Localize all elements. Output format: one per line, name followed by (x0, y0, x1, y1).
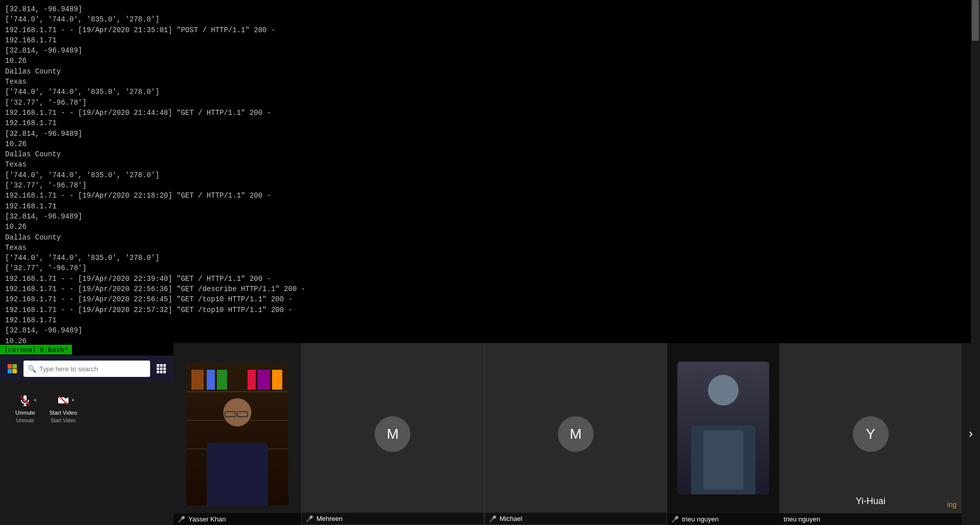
participant-panel-yasser: 🎤 Yasser Khan (174, 343, 301, 525)
terminal-line: 192.168.1.71 - - [19/Apr/2020 22:18:20] … (5, 190, 380, 201)
search-box[interactable]: 🔍 (23, 361, 150, 377)
terminal-line: 192.168.1.71 - - [19/Apr/2020 22:56:36] … (5, 284, 380, 294)
unmute-button[interactable]: ▲ Unmute Unmute (10, 390, 40, 426)
terminal-line: Texas (5, 243, 380, 253)
terminal-line: ['744.0', '744.0', '835.0', '278.0'] (5, 170, 380, 180)
start-video-sublabel: Start Video (51, 418, 76, 423)
terminal-line: ['32.77', '-96.78'] (5, 98, 380, 108)
video-caret[interactable]: ▲ (72, 397, 75, 402)
terminal-line: 192.168.1.71 - - [19/Apr/2020 21:44:48] … (5, 108, 380, 118)
svg-rect-4 (157, 364, 159, 367)
yasser-name: Yasser Khan (188, 515, 226, 523)
right-panel (385, 0, 980, 343)
yasser-mic-muted-icon: 🎤 (178, 516, 185, 523)
svg-rect-6 (163, 364, 166, 367)
michael-mic-icon: 🎤 (489, 515, 497, 522)
terminal-line: Dallas County (5, 149, 380, 159)
svg-rect-1 (13, 364, 17, 369)
terminal-line: 192.168.1.71 - - [19/Apr/2020 22:56:45] … (5, 294, 380, 304)
apps-button[interactable] (152, 360, 170, 378)
yasser-name-bar: 🎤 Yasser Khan (174, 513, 301, 525)
terminal-line: 10.26 (5, 222, 380, 232)
next-participant-button[interactable]: › (962, 343, 980, 525)
search-icon: 🔍 (28, 365, 36, 373)
terminal-line: 192.168.1.71 (5, 118, 380, 128)
svg-rect-9 (163, 368, 166, 370)
participant-panel-michael: M 🎤 Michael (484, 343, 668, 525)
next-arrow-icon: › (967, 427, 974, 441)
terminal-line: 10.26 (5, 56, 380, 66)
terminal-line: ['744.0', '744.0', '835.0', '278.0'] (5, 87, 380, 97)
unmute-sublabel: Unmute (16, 418, 34, 423)
participant-panel-trieu: 🎤 trieu nguyen (667, 343, 779, 525)
michael-name-bar: 🎤 Michael (485, 513, 667, 524)
svg-rect-2 (8, 369, 12, 374)
terminal-line: 10.26 (5, 139, 380, 149)
terminal-line: [32.814, -96.9489] (5, 325, 380, 336)
terminal-line: Texas (5, 159, 380, 170)
trieu-name: trieu nguyen (682, 515, 719, 523)
terminal-line: [32.814, -96.9489] (5, 129, 380, 139)
terminal-line: 192.168.1.71 - - [19/Apr/2020 22:39:40] … (5, 274, 380, 284)
toolbar-button-row: ▲ Unmute Unmute ▲ Start Video Start Vide… (10, 390, 82, 426)
terminal-line: Dallas County (5, 232, 380, 243)
terminal-line: [32.814, -96.9489] (5, 4, 380, 14)
svg-rect-8 (160, 368, 163, 370)
start-video-button[interactable]: ▲ Start Video Start Video (44, 390, 82, 426)
terminal-line: 192.168.1.71 (5, 315, 380, 325)
video-icon-wrap: ▲ (56, 393, 70, 408)
svg-rect-3 (13, 369, 17, 374)
svg-rect-12 (163, 371, 166, 373)
terminal-line: [32.814, -96.9489] (5, 45, 380, 56)
svg-rect-7 (157, 368, 159, 370)
mehreen-mic-icon: 🎤 (306, 515, 313, 522)
terminal-line: Texas (5, 77, 380, 87)
michael-avatar: M (558, 416, 594, 452)
tmux-status-bar: [corona] 0:bash* (0, 343, 174, 355)
terminal-line: [32.814, -96.9489] (5, 211, 380, 222)
unmute-label: Unmute (15, 410, 35, 416)
tmux-tab[interactable]: [corona] 0:bash* (0, 345, 72, 354)
terminal-output: [32.814, -96.9489]['744.0', '744.0', '83… (0, 0, 385, 343)
trieu-mic-icon: 🎤 (671, 516, 679, 523)
start-button[interactable] (3, 360, 21, 378)
participant-panel-mehreen: M 🎤 Mehreen (301, 343, 484, 525)
mehreen-name-bar: 🎤 Mehreen (302, 513, 484, 524)
participant-panel-yihuai: Y Yi-Huai ing trieu nguyen (779, 343, 962, 525)
terminal-line: ['32.77', '-96.78'] (5, 263, 380, 273)
ing-overlay: ing (947, 500, 957, 509)
mehreen-avatar: M (375, 416, 410, 452)
yasser-video (174, 343, 301, 525)
mehreen-name: Mehreen (316, 515, 342, 522)
scrollbar-thumb[interactable] (972, 0, 979, 41)
terminal-line: 10.26 (5, 336, 380, 344)
yihuai-name: Yi-Huai (855, 496, 885, 507)
svg-rect-5 (160, 364, 163, 367)
terminal-line: 192.168.1.71 (5, 201, 380, 211)
participants-area: 🎤 Yasser Khan M 🎤 Mehreen M 🎤 Michael (174, 343, 980, 525)
terminal-line: ['32.77', '-96.78'] (5, 180, 380, 190)
terminal-line: 192.168.1.71 - - [19/Apr/2020 21:35:01] … (5, 25, 380, 35)
trieu-video (667, 343, 779, 513)
scrollbar[interactable] (971, 0, 980, 343)
start-video-label: Start Video (50, 410, 77, 416)
michael-name: Michael (500, 515, 523, 522)
meeting-toolbar: ▲ Unmute Unmute ▲ Start Video Start Vide… (0, 382, 174, 525)
search-input[interactable] (39, 365, 146, 373)
mic-caret[interactable]: ▲ (34, 397, 36, 402)
svg-rect-11 (160, 371, 163, 373)
terminal-line: 192.168.1.71 - - [19/Apr/2020 22:57:32] … (5, 305, 380, 315)
trieu-name-bar: 🎤 trieu nguyen (667, 513, 779, 525)
windows-taskbar: 🔍 (0, 355, 174, 382)
svg-rect-0 (8, 364, 12, 369)
terminal-line: ['744.0', '744.0', '835.0', '278.0'] (5, 14, 380, 25)
terminal-line: 192.168.1.71 (5, 35, 380, 45)
terminal-line: Dallas County (5, 66, 380, 77)
svg-rect-10 (157, 371, 159, 373)
terminal-line: ['744.0', '744.0', '835.0', '278.0'] (5, 253, 380, 263)
trieu-bottom-label: trieu nguyen (779, 513, 962, 525)
mic-icon-wrap: ▲ (18, 393, 32, 408)
yihuai-avatar: Y (853, 416, 889, 452)
